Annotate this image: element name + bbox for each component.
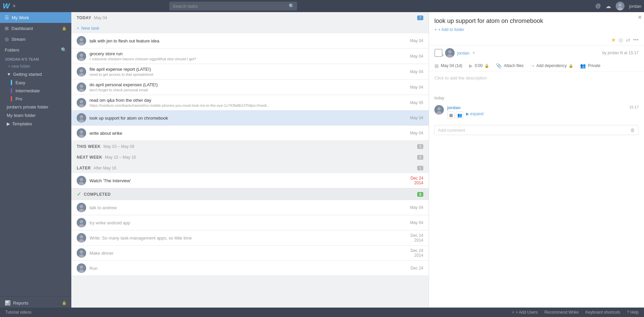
comment-input[interactable] <box>438 128 630 133</box>
sidebar-subfolder-intermediate[interactable]: Intermediate <box>0 87 71 95</box>
task-row[interactable]: Write: So many task-management apps, so … <box>71 230 429 246</box>
activity-icons: ▦ 👥 ▶ expand <box>447 112 626 119</box>
tutorial-videos-link[interactable]: Tutorial videos <box>5 310 32 315</box>
task-row[interactable]: try wrike android app May 04 <box>71 215 429 230</box>
task-row[interactable]: write about wrike May 04 <box>71 126 429 141</box>
svg-point-34 <box>80 235 83 239</box>
attach-meta[interactable]: 📎 Attach files <box>496 63 524 68</box>
toolbar-icons: ★ ◎ ⇄ ••• <box>611 37 639 43</box>
task-row[interactable]: do april personal expenses (LATE!) don't… <box>71 80 429 95</box>
add-users-link[interactable]: + + Add Users <box>512 310 538 315</box>
dependency-lock-icon: 🔒 <box>569 64 573 68</box>
sidebar-folder-private[interactable]: jordan's private folder <box>0 103 71 111</box>
timer-meta[interactable]: ▶ 0:00 🔒 <box>469 63 489 68</box>
sidebar-my-work-label: My Work <box>12 15 29 20</box>
task-date: May 05 <box>410 100 423 105</box>
sidebar-item-my-work[interactable]: ☰ My Work <box>0 12 71 23</box>
section-date-next-week: May 10 – May 16 <box>105 155 136 160</box>
sidebar-subfolder-pro[interactable]: Pro <box>0 95 71 103</box>
task-title: Make dinner <box>90 251 407 256</box>
task-body: look up support for atom on chromebook <box>90 116 407 121</box>
recommend-wrike-link[interactable]: Recommend Wrike <box>544 310 579 315</box>
help-link[interactable]: ? Help <box>627 310 639 315</box>
section-title-today: TODAY <box>77 15 91 20</box>
task-row[interactable]: look up support for atom on chromebook M… <box>71 110 429 126</box>
subscribe-icon[interactable]: ◎ <box>618 37 623 43</box>
task-row[interactable]: talk with jen to flesh out feature idea … <box>71 33 429 49</box>
task-row[interactable]: Watch 'The Interview' Dec 24 2014 <box>71 173 429 188</box>
sidebar-folder-my-team[interactable]: My team folder <box>0 111 71 120</box>
keyboard-shortcuts-link[interactable]: Keyboard shortcuts <box>585 310 620 315</box>
task-body: Write: So many task-management apps, so … <box>90 235 407 241</box>
task-body: read om q&a from the other day https://m… <box>90 98 407 107</box>
description-area[interactable]: Click to add the description <box>429 71 644 92</box>
add-button[interactable]: + <box>12 3 16 10</box>
topbar: W + 🔍 @ ☁ jordan <box>0 0 644 12</box>
task-date: Dec 24 2014 <box>410 176 423 185</box>
app-logo[interactable]: W <box>3 2 10 10</box>
sidebar-item-stream[interactable]: ◎ Stream <box>0 34 71 44</box>
task-body: talk to andrew <box>90 205 407 210</box>
sidebar-subfolder-easy[interactable]: Easy <box>0 78 71 87</box>
svg-point-13 <box>80 85 83 88</box>
sidebar-folders-header: Folders 🔍 <box>0 44 71 55</box>
section-date-today: May 04 <box>94 15 107 20</box>
assignee-avatar <box>445 48 455 58</box>
task-date: May 04 <box>410 116 423 120</box>
task-avatar <box>77 176 86 185</box>
sidebar-item-dashboard[interactable]: ⊞ Dashboard 🔒 <box>0 23 71 34</box>
date-meta[interactable]: ▦ May 04 (1d) <box>434 63 462 68</box>
new-folder-button[interactable]: + new folder <box>0 63 71 70</box>
section-header-today: TODAY May 04 7 <box>71 12 429 23</box>
play-icon: ▶ <box>469 63 473 68</box>
link-icon[interactable]: ⇄ <box>626 37 630 43</box>
expand-label: expand <box>470 112 483 116</box>
main-content: TODAY May 04 7 + New task talk with jen … <box>71 12 429 317</box>
task-row[interactable]: Run Dec 24 <box>71 261 429 276</box>
task-row[interactable]: talk to andrew May 04 <box>71 200 429 215</box>
dependency-meta[interactable]: ⇢ Add dependency 🔒 <box>530 63 573 68</box>
status-dropdown-icon: ▼ <box>441 53 444 57</box>
new-task-button[interactable]: + New task <box>71 23 429 33</box>
task-body: Make dinner <box>90 251 407 256</box>
task-row[interactable]: grocery store run • rotisserie chicken• … <box>71 49 429 64</box>
comment-attach-icon[interactable]: 🗑 <box>630 127 635 133</box>
calendar-icon: ▦ <box>434 63 439 68</box>
detail-close-button[interactable]: ✕ <box>638 14 642 21</box>
section-count-completed: 5 <box>417 192 423 197</box>
activity-time: 15:17 <box>629 105 639 109</box>
activity-icon-btn-1[interactable]: ▦ <box>447 112 455 119</box>
search-input[interactable] <box>169 2 297 10</box>
mentions-icon[interactable]: @ <box>596 3 601 9</box>
task-date: Dec 24 2014 <box>410 233 423 243</box>
task-body: grocery store run • rotisserie chicken• … <box>90 51 407 61</box>
section-header-this-week: THIS WEEK May 03 – May 09 0 <box>71 141 429 152</box>
sidebar-folder-templates[interactable]: ▶ Templates <box>0 120 71 128</box>
task-avatar <box>77 67 86 76</box>
task-subtitle: need to get access to that spreadsheet <box>90 72 407 76</box>
sidebar-item-reports[interactable]: 📊 Reports 🔒 <box>0 297 71 309</box>
status-box[interactable]: ▼ <box>434 49 442 57</box>
task-row[interactable]: read om q&a from the other day https://m… <box>71 95 429 110</box>
folder-search-icon[interactable]: 🔍 <box>61 47 67 53</box>
more-options-icon[interactable]: ••• <box>633 37 639 43</box>
task-title: read om q&a from the other day <box>90 98 407 103</box>
task-row[interactable]: file april expense report (LATE!) need t… <box>71 64 429 80</box>
task-row[interactable]: Make dinner Dec 24 2014 <box>71 246 429 261</box>
sidebar-folder-getting-started[interactable]: ▼ Getting started <box>0 70 71 78</box>
assignee-name: jordan <box>457 51 469 56</box>
notifications-icon[interactable]: ☁ <box>606 3 611 9</box>
avatar[interactable] <box>616 2 624 10</box>
expand-button[interactable]: ▶ expand <box>466 112 484 119</box>
task-body: do april personal expenses (LATE!) don't… <box>90 82 407 92</box>
private-icon: 👥 <box>580 63 586 68</box>
add-to-folder-button[interactable]: + + Add to folder <box>429 27 644 35</box>
svg-point-7 <box>80 54 83 57</box>
star-icon[interactable]: ★ <box>611 37 616 43</box>
section-title-next-week: NEXT WEEK <box>77 155 102 160</box>
folder-getting-started-label: Getting started <box>13 72 42 77</box>
add-assignee-button[interactable]: + <box>472 50 475 56</box>
private-meta[interactable]: 👥 Private <box>580 63 600 68</box>
activity-icon-btn-2[interactable]: 👥 <box>456 112 463 119</box>
assignee-row: ▼ jordan + by jordan N at 15:17 <box>429 45 644 60</box>
